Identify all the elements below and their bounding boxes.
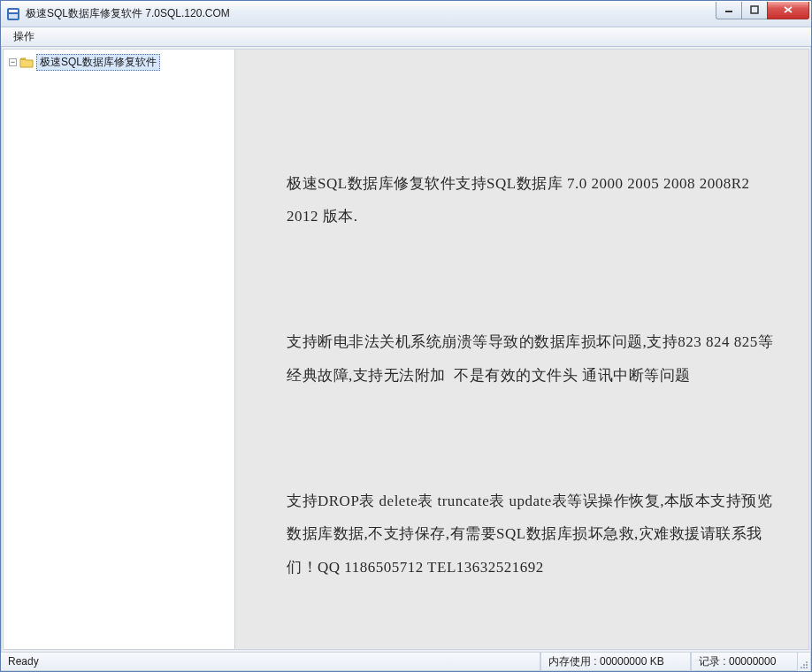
svg-point-10 xyxy=(801,667,802,668)
app-window: 极速SQL数据库修复软件 7.0SQL.120.COM 操作 − xyxy=(0,0,812,672)
folder-icon xyxy=(19,57,34,68)
svg-point-9 xyxy=(806,664,808,666)
minimize-icon xyxy=(724,5,733,14)
close-button[interactable] xyxy=(767,2,809,19)
detail-paragraph-3: 支持DROP表 delete表 truncate表 update表等误操作恢复,… xyxy=(287,485,782,584)
detail-pane: 极速SQL数据库修复软件支持SQL数据库 7.0 2000 2005 2008 … xyxy=(235,50,808,649)
detail-paragraph-2: 支持断电非法关机系统崩溃等导致的数据库损坏问题,支持823 824 825等经典… xyxy=(287,325,782,392)
menu-bar: 操作 xyxy=(1,27,811,47)
tree-pane[interactable]: − 极速SQL数据库修复软件 xyxy=(4,50,235,649)
expand-toggle-icon[interactable]: − xyxy=(9,58,17,66)
status-ready: Ready xyxy=(1,653,540,671)
svg-rect-3 xyxy=(725,11,732,12)
detail-text: 极速SQL数据库修复软件支持SQL数据库 7.0 2000 2005 2008 … xyxy=(287,101,782,649)
svg-point-11 xyxy=(803,664,805,666)
status-bar: Ready 内存使用 : 00000000 KB 记录 : 00000000 xyxy=(1,652,811,671)
maximize-button[interactable] xyxy=(741,2,768,19)
menu-operate[interactable]: 操作 xyxy=(6,27,42,46)
window-controls xyxy=(716,2,811,21)
maximize-icon xyxy=(750,5,759,14)
detail-paragraph-1: 极速SQL数据库修复软件支持SQL数据库 7.0 2000 2005 2008 … xyxy=(287,167,782,233)
svg-point-12 xyxy=(806,661,808,663)
tree-root-label[interactable]: 极速SQL数据库修复软件 xyxy=(36,54,160,71)
app-icon xyxy=(6,7,20,21)
title-bar[interactable]: 极速SQL数据库修复软件 7.0SQL.120.COM xyxy=(1,1,811,27)
content-area: − 极速SQL数据库修复软件 极速SQL数据库修复软件支持SQL数据库 7.0 … xyxy=(3,49,809,650)
minimize-button[interactable] xyxy=(716,2,742,19)
resize-grip[interactable] xyxy=(797,653,811,671)
resize-grip-icon xyxy=(798,659,808,669)
window-title: 极速SQL数据库修复软件 7.0SQL.120.COM xyxy=(26,6,716,21)
status-records: 记录 : 00000000 xyxy=(691,653,797,671)
svg-rect-1 xyxy=(9,10,18,12)
close-icon xyxy=(783,5,793,14)
svg-point-8 xyxy=(803,667,805,668)
svg-point-7 xyxy=(806,667,808,668)
tree-root-node[interactable]: − 极速SQL数据库修复软件 xyxy=(5,53,233,72)
status-memory: 内存使用 : 00000000 KB xyxy=(540,653,691,671)
svg-rect-2 xyxy=(9,14,18,19)
svg-rect-4 xyxy=(751,6,758,13)
